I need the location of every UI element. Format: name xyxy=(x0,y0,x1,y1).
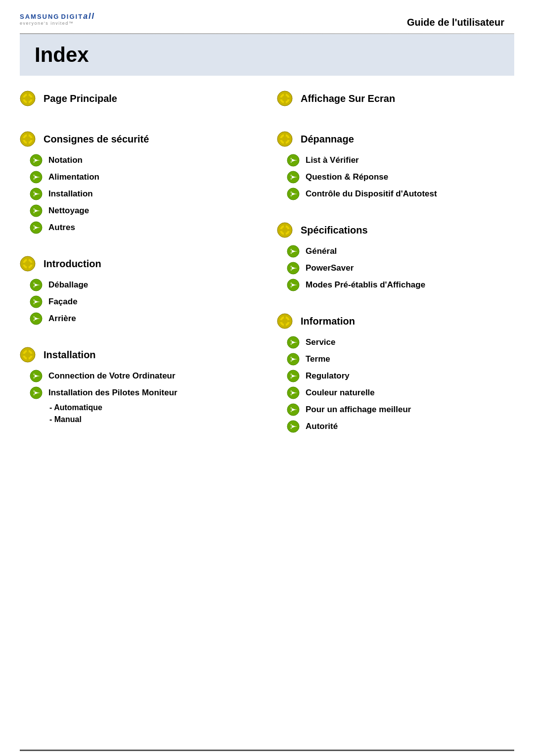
right-column: Affichage Sur Ecran xyxy=(277,91,514,455)
section-header-introduction[interactable]: Introduction xyxy=(20,256,257,272)
svg-rect-118 xyxy=(280,320,282,322)
svg-point-77 xyxy=(282,136,288,142)
sub-item-autorite[interactable]: Autorité xyxy=(277,420,514,433)
green-arrow-icon-regulatory xyxy=(287,370,300,382)
section-header-information[interactable]: Information xyxy=(277,313,514,329)
svg-rect-11 xyxy=(27,142,29,144)
section-title-depannage: Dépannage xyxy=(301,134,354,145)
section-header-depannage[interactable]: Dépannage xyxy=(277,131,514,147)
sub-item-list-verifier[interactable]: List à Vérifier xyxy=(277,154,514,167)
section-title-information: Information xyxy=(301,316,355,327)
section-installation: Installation Connection de Votre Ordinat… xyxy=(20,347,257,427)
section-header-page-principale[interactable]: Page Principale xyxy=(20,91,257,106)
sub-item-installation-sec[interactable]: Installation xyxy=(20,188,257,200)
green-arrow-icon-facade xyxy=(30,295,43,308)
sub-item-label-controle-dispositif: Contrôle du Dispositif d'Autotest xyxy=(306,189,437,199)
section-header-installation[interactable]: Installation xyxy=(20,347,257,363)
section-title-consignes: Consignes de sécurité xyxy=(44,134,149,145)
logo-area: SAMSUNG DIGITall everyone's invited™ xyxy=(20,12,95,26)
sub-item-autres[interactable]: Autres xyxy=(20,221,257,234)
sub-item-controle-dispositif[interactable]: Contrôle du Dispositif d'Autotest xyxy=(277,188,514,200)
svg-rect-119 xyxy=(288,320,290,322)
svg-rect-98 xyxy=(284,233,286,235)
section-header-consignes[interactable]: Consignes de sécurité xyxy=(20,131,257,147)
sub-item-deballage[interactable]: Déballage xyxy=(20,279,257,291)
svg-rect-71 xyxy=(284,94,286,95)
page: SAMSUNG DIGITall everyone's invited™ Gui… xyxy=(0,0,534,756)
green-arrow-icon-question-reponse xyxy=(287,171,300,184)
sub-item-label-arriere: Arrière xyxy=(48,314,76,324)
green-arrow-icon-autorite xyxy=(287,420,300,433)
samsung-logo: SAMSUNG DIGITall everyone's invited™ xyxy=(20,12,95,26)
section-specifications: Spécifications Général xyxy=(277,222,514,295)
sub-item-label-service: Service xyxy=(306,337,336,347)
svg-point-115 xyxy=(282,318,288,324)
svg-rect-40 xyxy=(31,263,33,265)
green-arrow-icon-nettoyage xyxy=(30,204,43,217)
section-header-specifications[interactable]: Spécifications xyxy=(277,222,514,238)
svg-rect-4 xyxy=(27,101,29,103)
yellow-icon-consignes xyxy=(20,131,36,147)
green-arrow-icon-controle-dispositif xyxy=(287,188,300,200)
yellow-icon-information xyxy=(277,313,293,329)
indent-item-manual[interactable]: - Manual xyxy=(20,415,257,424)
indent-item-label-automatique: - Automatique xyxy=(49,403,102,412)
sub-item-notation[interactable]: Notation xyxy=(20,154,257,167)
sub-item-modes-affichage[interactable]: Modes Pré-établis d'Affichage xyxy=(277,279,514,291)
sub-item-label-regulatory: Regulatory xyxy=(306,371,350,381)
green-arrow-icon-notation xyxy=(30,154,43,167)
svg-point-36 xyxy=(25,261,31,267)
yellow-icon-specifications xyxy=(277,222,293,238)
sub-item-label-connection: Connection de Votre Ordinateur xyxy=(48,371,176,381)
svg-rect-100 xyxy=(288,229,290,231)
sub-item-affichage-meilleur[interactable]: Pour un affichage meilleur xyxy=(277,403,514,416)
svg-rect-73 xyxy=(280,97,282,99)
sub-item-label-powersaver: PowerSaver xyxy=(306,263,354,273)
green-arrow-icon-arriere xyxy=(30,312,43,325)
sub-item-powersaver[interactable]: PowerSaver xyxy=(277,262,514,275)
section-title-installation: Installation xyxy=(44,349,96,361)
yellow-icon-depannage xyxy=(277,131,293,147)
svg-point-96 xyxy=(282,227,288,233)
svg-rect-117 xyxy=(284,324,286,326)
sub-item-regulatory[interactable]: Regulatory xyxy=(277,370,514,382)
svg-rect-37 xyxy=(27,259,29,261)
section-title-specifications: Spécifications xyxy=(301,225,368,236)
svg-rect-5 xyxy=(23,97,25,99)
sub-item-pilotes[interactable]: Installation des Pilotes Moniteur xyxy=(20,386,257,399)
green-arrow-icon-pilotes xyxy=(30,386,43,399)
svg-rect-116 xyxy=(284,316,286,318)
green-arrow-icon-modes-affichage xyxy=(287,279,300,291)
sub-item-general[interactable]: Général xyxy=(277,245,514,258)
sub-item-label-installation-sec: Installation xyxy=(48,189,93,199)
svg-rect-99 xyxy=(280,229,282,231)
svg-rect-78 xyxy=(284,134,286,136)
indent-item-automatique[interactable]: - Automatique xyxy=(20,403,257,412)
sub-item-couleur-naturelle[interactable]: Couleur naturelle xyxy=(277,386,514,399)
green-arrow-icon-list-verifier xyxy=(287,154,300,167)
sub-item-label-deballage: Déballage xyxy=(48,280,88,290)
sub-item-facade[interactable]: Façade xyxy=(20,295,257,308)
svg-rect-58 xyxy=(23,354,25,356)
sub-item-connection[interactable]: Connection de Votre Ordinateur xyxy=(20,370,257,382)
svg-rect-72 xyxy=(284,101,286,103)
section-introduction: Introduction Déballage xyxy=(20,256,257,329)
yellow-icon-page-principale xyxy=(20,91,36,106)
sub-item-question-reponse[interactable]: Question & Réponse xyxy=(277,171,514,184)
section-depannage: Dépannage List à Vérifier xyxy=(277,131,514,204)
sub-item-arriere[interactable]: Arrière xyxy=(20,312,257,325)
sub-item-nettoyage[interactable]: Nettoyage xyxy=(20,204,257,217)
sub-item-label-general: Général xyxy=(306,246,337,256)
sub-item-service[interactable]: Service xyxy=(277,336,514,349)
sub-item-terme[interactable]: Terme xyxy=(277,353,514,366)
logo-samsung-text: SAMSUNG xyxy=(20,13,59,20)
sub-item-label-facade: Façade xyxy=(48,297,78,307)
section-header-affichage-ecran[interactable]: Affichage Sur Ecran xyxy=(277,91,514,106)
yellow-icon-installation xyxy=(20,347,36,363)
sub-item-alimentation[interactable]: Alimentation xyxy=(20,171,257,184)
sub-item-label-affichage-meilleur: Pour un affichage meilleur xyxy=(306,405,411,415)
sub-item-label-question-reponse: Question & Réponse xyxy=(306,172,388,182)
svg-rect-39 xyxy=(23,263,25,265)
sub-item-label-autorite: Autorité xyxy=(306,422,338,431)
green-arrow-icon-connection xyxy=(30,370,43,382)
